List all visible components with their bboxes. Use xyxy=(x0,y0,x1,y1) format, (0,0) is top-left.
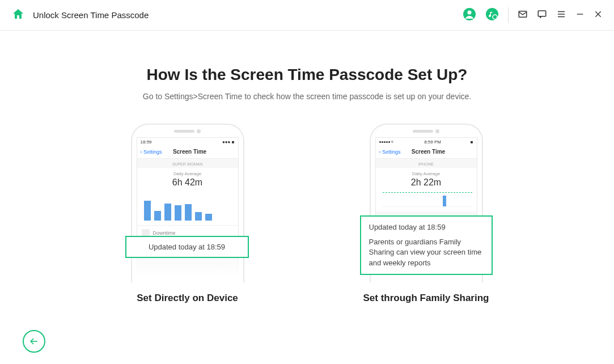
minimize-icon[interactable] xyxy=(575,10,585,21)
daily-avg-value: 2h 22m xyxy=(380,177,472,188)
titlebar-left: Unlock Screen Time Passcode xyxy=(11,7,149,23)
option-label-direct: Set Directly on Device xyxy=(137,293,238,304)
titlebar-right xyxy=(463,7,603,23)
phone-preview-direct: 18:59 ●●● ■ ‹ Settings Screen Time SUPER… xyxy=(125,124,250,282)
speaker-icon xyxy=(413,130,433,133)
close-icon[interactable] xyxy=(594,10,603,21)
battery-icon: ■ xyxy=(471,139,473,145)
daily-avg-label: Daily Average xyxy=(142,171,234,176)
phone-nav-title: Screen Time xyxy=(384,149,473,155)
phone-statusbar: ᯤ 8:59 PM ■ xyxy=(376,138,477,146)
back-button[interactable] xyxy=(23,330,45,353)
phone-section-label: SUPER WOMAN xyxy=(137,159,238,168)
phone-preview-family: ᯤ 8:59 PM ■ ‹ Settings Screen Time IPHON… xyxy=(364,124,489,282)
bar xyxy=(154,211,161,221)
status-time: 8:59 PM xyxy=(424,139,441,145)
phone-frame: 18:59 ●●● ■ ‹ Settings Screen Time SUPER… xyxy=(131,124,244,282)
svg-line-4 xyxy=(497,18,498,20)
speaker-icon xyxy=(174,130,194,133)
phone-notch xyxy=(371,125,482,137)
phone-section-label: IPHONE xyxy=(376,159,477,168)
bar xyxy=(144,201,151,221)
phone-avg-card: Daily Average 6h 42m xyxy=(137,168,238,225)
option-direct-on-device[interactable]: 18:59 ●●● ■ ‹ Settings Screen Time SUPER… xyxy=(125,124,250,304)
camera-icon xyxy=(435,129,439,133)
callout-body: Parents or guardians Family Sharing can … xyxy=(369,237,484,268)
home-icon[interactable] xyxy=(11,7,25,23)
bar xyxy=(195,212,202,221)
phone-statusbar: 18:59 ●●● ■ xyxy=(137,138,238,146)
svg-point-1 xyxy=(468,10,472,14)
feedback-icon[interactable] xyxy=(537,9,547,22)
callout-title: Updated today at 18:59 xyxy=(369,222,484,232)
usage-bar-chart xyxy=(144,192,234,221)
account-icon[interactable] xyxy=(463,7,476,23)
main-content: How Is the Screen Time Passcode Set Up? … xyxy=(0,31,614,304)
camera-icon xyxy=(197,129,201,133)
titlebar-divider xyxy=(508,7,509,23)
signal-icon: ᯤ xyxy=(379,139,395,145)
svg-rect-6 xyxy=(538,11,546,16)
downtime-label: Downtime xyxy=(153,230,176,236)
phone-nav-title: Screen Time xyxy=(145,149,235,155)
app-title: Unlock Screen Time Passcode xyxy=(33,10,149,20)
bar xyxy=(164,204,171,221)
phone-avg-card: Daily Average 2h 22m xyxy=(376,168,477,211)
daily-avg-label: Daily Average xyxy=(380,171,472,176)
usage-bar-chart xyxy=(383,192,472,207)
callout-text: Updated today at 18:59 xyxy=(149,243,225,251)
mail-icon[interactable] xyxy=(518,9,528,22)
status-time: 18:59 xyxy=(141,139,152,145)
titlebar: Unlock Screen Time Passcode xyxy=(0,0,614,31)
bar xyxy=(205,214,212,221)
bar xyxy=(185,204,192,221)
bar xyxy=(443,196,446,206)
status-signal-icon: ●●● ■ xyxy=(222,139,235,145)
options-row: 18:59 ●●● ■ ‹ Settings Screen Time SUPER… xyxy=(23,124,591,304)
callout-direct: Updated today at 18:59 xyxy=(125,236,249,258)
callout-family: Updated today at 18:59 Parents or guardi… xyxy=(360,215,493,275)
phone-navbar: ‹ Settings Screen Time xyxy=(137,146,238,159)
phone-navbar: ‹ Settings Screen Time xyxy=(376,146,477,159)
music-search-icon[interactable] xyxy=(485,7,499,23)
menu-icon[interactable] xyxy=(556,9,566,22)
option-family-sharing[interactable]: ᯤ 8:59 PM ■ ‹ Settings Screen Time IPHON… xyxy=(363,124,489,304)
option-label-family: Set through Family Sharing xyxy=(363,293,489,304)
phone-notch xyxy=(132,125,243,137)
page-subheading: Go to Settings>Screen Time to check how … xyxy=(23,92,591,101)
daily-avg-value: 6h 42m xyxy=(142,177,234,188)
page-heading: How Is the Screen Time Passcode Set Up? xyxy=(23,66,591,84)
bar xyxy=(175,205,181,221)
